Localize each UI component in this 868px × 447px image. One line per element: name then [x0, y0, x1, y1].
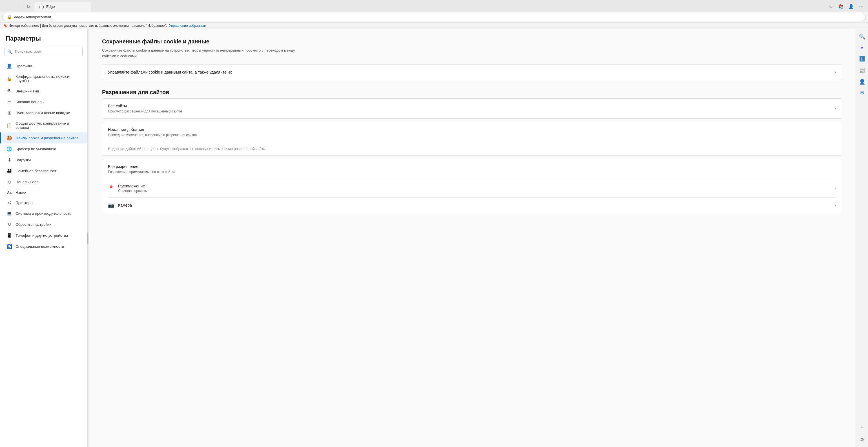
sidebar-item-family[interactable]: 👪 Семейная безопасность — [0, 166, 87, 176]
location-subtitle: Сначала спросить — [118, 189, 831, 193]
manage-cookies-item[interactable]: Управляйте файлами cookie и данными сайт… — [102, 64, 842, 80]
main-content: Сохраненные файлы cookie и данные Сохран… — [89, 29, 856, 447]
right-profile-button[interactable]: 👤 — [857, 77, 867, 87]
downloads-icon: ⬇ — [6, 157, 12, 162]
all-sites-item[interactable]: Все сайты Просмотр разрешений для посеще… — [102, 99, 842, 118]
downloads-label: Загрузки — [16, 158, 31, 162]
favorites-management-link[interactable]: Управление избранным — [169, 24, 206, 28]
system-label: Система и производительность — [16, 211, 71, 216]
camera-title: Камера — [118, 203, 831, 207]
location-chevron: › — [835, 186, 836, 191]
sidebar-item-edge-panel[interactable]: ⊝ Панель Edge — [0, 176, 87, 187]
accessibility-label: Специальные возможности — [16, 244, 64, 248]
lock-icon: 🔒 — [7, 14, 12, 19]
sidebar-title: Параметры — [0, 35, 87, 47]
sidebar-item-appearance[interactable]: 👁 Внешний вид — [0, 86, 87, 96]
sidebar-item-start[interactable]: ⊞ Пуск, главная и новые вкладки — [0, 108, 87, 118]
all-sites-chevron: › — [835, 106, 836, 111]
browser-tab[interactable]: ◯ Edge — [34, 2, 91, 11]
sidebar-item-system[interactable]: 💻 Система и производительность — [0, 208, 87, 219]
manage-cookies-card: Управляйте файлами cookie и данными сайт… — [102, 64, 842, 80]
recent-activity-card: Недавние действия Последние изменения, в… — [102, 122, 842, 156]
reset-icon: ↻ — [6, 222, 12, 227]
right-panel: 🔍 ✦ 🅽 📰 👤 ✉ + ⚙ — [856, 29, 868, 447]
divider-handle — [87, 233, 89, 244]
edge-panel-label: Панель Edge — [16, 180, 39, 184]
sidebar-item-profiles[interactable]: 👤 Профили — [0, 61, 87, 71]
profiles-label: Профили — [16, 64, 32, 68]
reset-label: Сбросить настройки — [16, 222, 52, 227]
location-icon: 📍 — [108, 185, 114, 191]
tab-label: Edge — [46, 4, 55, 9]
sidebar-label: Боковая панель — [16, 100, 44, 104]
camera-icon: 📷 — [108, 202, 114, 208]
favorites-bar: 🔖 Импорт избранного | Для быстрого досту… — [0, 22, 868, 29]
right-outlook-button[interactable]: ✉ — [857, 88, 867, 98]
sidebar-item-languages[interactable]: Aa Языки — [0, 187, 87, 197]
appearance-label: Внешний вид — [16, 89, 39, 93]
profiles-icon: 👤 — [6, 63, 12, 69]
collections-icon-btn[interactable]: 📚 — [836, 2, 845, 11]
recent-activity-header: Недавние действия Последние изменения, в… — [102, 122, 842, 142]
manage-cookies-title: Управляйте файлами cookie и данными сайт… — [108, 70, 231, 74]
languages-icon: Aa — [6, 190, 12, 195]
address-bar[interactable]: 🔒 edge://settings/content — [2, 13, 866, 21]
search-icon: 🔍 — [7, 49, 12, 54]
location-permission-item[interactable]: 📍 Расположение Сначала спросить › — [102, 179, 842, 197]
right-games-button[interactable]: 🅽 — [857, 54, 867, 64]
camera-permission-item[interactable]: 📷 Камера › — [102, 198, 842, 213]
recent-activity-title: Недавние действия — [108, 127, 197, 132]
all-permissions-header: Все разрешения Разрешения, применяемые н… — [102, 159, 842, 179]
settings-sidebar: Параметры 🔍 👤 Профили 🔒 Конфиденциальнос… — [0, 29, 87, 447]
sidebar-item-accessibility[interactable]: ♿ Специальные возможности — [0, 241, 87, 252]
default-browser-label: Браузер по умолчанию — [16, 147, 56, 151]
search-input[interactable] — [4, 47, 83, 56]
right-settings-button[interactable]: ⚙ — [857, 435, 867, 445]
sidebar-item-downloads[interactable]: ⬇ Загрузки — [0, 154, 87, 166]
edge-logo-icon: ◯ — [39, 4, 44, 9]
sidebar-item-reset[interactable]: ↻ Сбросить настройки — [0, 219, 87, 230]
favorites-icon-btn[interactable]: ☆ — [826, 2, 835, 11]
permissions-section-title: Разрешения для сайтов — [102, 89, 842, 95]
all-sites-subtitle: Просмотр разрешений для посещенных сайто… — [108, 109, 183, 113]
start-label: Пуск, главная и новые вкладки — [16, 111, 70, 115]
sidebar-item-default-browser[interactable]: 🌐 Браузер по умолчанию — [0, 144, 87, 154]
accessibility-icon: ♿ — [6, 244, 12, 249]
sidebar-item-phone[interactable]: 📱 Телефон и другие устройства — [0, 230, 87, 241]
phone-label: Телефон и другие устройства — [16, 233, 68, 238]
all-sites-card: Все сайты Просмотр разрешений для посеще… — [102, 98, 842, 119]
sidebar-item-sidebar[interactable]: ▭ Боковая панель — [0, 96, 87, 108]
all-permissions-card: Все разрешения Разрешения, применяемые н… — [102, 159, 842, 213]
right-add-button[interactable]: + — [857, 422, 867, 433]
menu-button[interactable]: ⋯ — [857, 2, 866, 11]
appearance-icon: 👁 — [6, 89, 12, 94]
forward-button[interactable]: → — [13, 2, 22, 11]
all-permissions-title: Все разрешения — [108, 164, 175, 169]
default-browser-icon: 🌐 — [6, 146, 12, 152]
right-copilot-button[interactable]: ✦ — [857, 43, 867, 53]
recent-activity-subtitle: Последние изменения, внесенные в разреше… — [108, 133, 197, 137]
sharing-label: Общий доступ, копирование и вставка — [16, 121, 82, 130]
back-button[interactable]: ← — [2, 2, 11, 11]
cookies-section-desc: Сохраняйте файлы cookie и данные на устр… — [102, 48, 305, 59]
profile-icon-btn[interactable]: 👤 — [846, 2, 856, 11]
camera-chevron: › — [835, 203, 836, 208]
right-search-button[interactable]: 🔍 — [857, 32, 867, 42]
sidebar-item-privacy[interactable]: 🔒 Конфиденциальность, поиск и службы — [0, 71, 87, 86]
all-sites-title: Все сайты — [108, 104, 183, 108]
refresh-button[interactable]: ↻ — [24, 2, 33, 11]
printers-label: Принтеры — [16, 201, 33, 205]
printers-icon: 🖨 — [6, 200, 12, 205]
phone-icon: 📱 — [6, 233, 12, 238]
family-label: Семейная безопасность — [16, 169, 58, 173]
favorites-bar-text: 🔖 Импорт избранного | Для быстрого досту… — [3, 24, 167, 28]
sidebar-item-cookies[interactable]: 🍪 Файлы cookie и разрешения сайтов — [0, 132, 87, 144]
right-wallet-button[interactable]: 📰 — [857, 65, 867, 76]
family-icon: 👪 — [6, 168, 12, 174]
cookies-section-title: Сохраненные файлы cookie и данные — [102, 38, 842, 45]
edge-panel-icon: ⊝ — [6, 179, 12, 185]
cookies-label: Файлы cookie и разрешения сайтов — [16, 136, 79, 140]
sidebar-item-printers[interactable]: 🖨 Принтеры — [0, 197, 87, 208]
sidebar-item-sharing[interactable]: 📋 Общий доступ, копирование и вставка — [0, 118, 87, 132]
address-text: edge://settings/content — [14, 15, 51, 19]
